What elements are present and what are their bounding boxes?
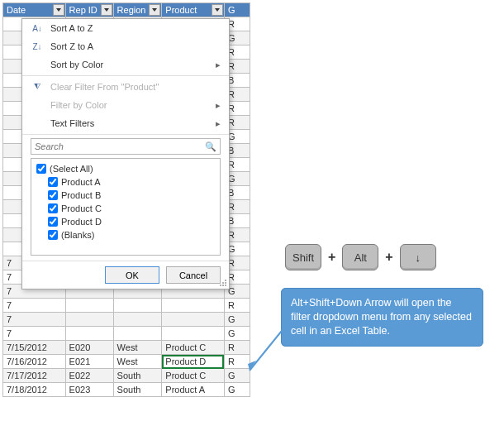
cancel-button[interactable]: Cancel: [166, 266, 221, 284]
svg-marker-1: [104, 8, 109, 12]
checkbox[interactable]: [48, 230, 58, 240]
table-row[interactable]: 7R: [3, 299, 250, 313]
checkbox[interactable]: [36, 164, 46, 174]
table-row[interactable]: 7/18/2012E023SouthProduct AG: [3, 383, 250, 397]
table-row[interactable]: 7G: [3, 327, 250, 341]
filter-check-item[interactable]: (Blanks): [35, 228, 216, 242]
keyboard-shortcut: Shift + Alt + ↓: [285, 244, 436, 270]
cell[interactable]: E022: [65, 369, 113, 383]
table-row[interactable]: 7/16/2012E021WestProduct DR: [3, 355, 250, 369]
filter-check-item[interactable]: Product D: [35, 215, 216, 228]
cell[interactable]: 7: [3, 313, 66, 327]
cell[interactable]: G: [224, 313, 250, 327]
cell[interactable]: G: [224, 369, 250, 383]
text-filters[interactable]: Text Filters ▸: [22, 114, 229, 132]
filter-check-item[interactable]: Product A: [35, 175, 216, 189]
filter-check-item[interactable]: (Select All): [35, 162, 216, 175]
cell[interactable]: [162, 299, 225, 313]
submenu-arrow-icon: ▸: [216, 118, 221, 129]
clear-filter-icon: ⧨: [31, 82, 44, 92]
cell[interactable]: [113, 313, 162, 327]
svg-point-7: [220, 285, 221, 286]
cell[interactable]: South: [113, 383, 162, 397]
cell[interactable]: E021: [65, 355, 113, 369]
cell[interactable]: R: [224, 355, 250, 369]
filter-check-item[interactable]: Product B: [35, 189, 216, 202]
svg-marker-0: [56, 8, 61, 12]
svg-point-8: [222, 285, 224, 286]
cell[interactable]: G: [224, 383, 250, 397]
filter-check-item[interactable]: Product C: [35, 202, 216, 215]
header-rep[interactable]: Rep ID: [65, 3, 113, 17]
clear-filter: ⧨ Clear Filter From "Product": [22, 78, 229, 96]
cell[interactable]: [113, 327, 162, 341]
check-label: Product A: [61, 177, 101, 187]
cell[interactable]: 7/18/2012: [3, 383, 66, 397]
cell[interactable]: West: [113, 341, 162, 355]
cell[interactable]: 7/16/2012: [3, 355, 66, 369]
resize-grip-icon[interactable]: [219, 279, 227, 287]
svg-point-9: [225, 285, 226, 286]
cell[interactable]: Product C: [162, 369, 225, 383]
cell[interactable]: West: [113, 355, 162, 369]
filter-dropdown-icon[interactable]: [149, 4, 160, 16]
table-row[interactable]: 7/17/2012E022SouthProduct CG: [3, 369, 250, 383]
cell[interactable]: R: [224, 299, 250, 313]
ok-button[interactable]: OK: [105, 266, 159, 284]
submenu-arrow-icon: ▸: [216, 60, 221, 70]
cell[interactable]: [162, 327, 225, 341]
filter-dropdown-icon[interactable]: [101, 4, 112, 16]
checkbox[interactable]: [48, 203, 58, 213]
table-row[interactable]: 7G: [3, 313, 250, 327]
sort-z-to-a[interactable]: Z↓ Sort Z to A: [22, 37, 229, 55]
cell[interactable]: Product A: [162, 383, 225, 397]
table-row[interactable]: 7/15/2012E020WestProduct CR: [3, 341, 250, 355]
cell[interactable]: 7: [3, 327, 66, 341]
cell[interactable]: E020: [65, 341, 113, 355]
filter-dropdown-icon[interactable]: [53, 4, 64, 16]
cell[interactable]: 7: [3, 299, 66, 313]
filter-search[interactable]: 🔍: [31, 138, 221, 155]
check-label: Product D: [61, 217, 102, 227]
sort-asc-icon: A↓: [31, 24, 44, 33]
header-extra[interactable]: G: [224, 3, 250, 17]
sort-by-color[interactable]: Sort by Color ▸: [22, 55, 229, 74]
cell[interactable]: Product D: [162, 355, 225, 369]
cell[interactable]: [65, 327, 113, 341]
cell[interactable]: G: [224, 327, 250, 341]
submenu-arrow-icon: ▸: [216, 100, 221, 111]
header-row: Date Rep ID Region Product G: [3, 3, 250, 17]
cell[interactable]: 7/17/2012: [3, 369, 66, 383]
cell[interactable]: [65, 299, 113, 313]
cell[interactable]: [113, 299, 162, 313]
filter-search-input[interactable]: [35, 141, 205, 151]
svg-point-5: [222, 282, 224, 284]
cell[interactable]: [65, 313, 113, 327]
check-label: (Select All): [50, 164, 93, 174]
filter-checklist[interactable]: (Select All)Product AProduct BProduct CP…: [31, 158, 221, 256]
cell[interactable]: E023: [65, 383, 113, 397]
cell[interactable]: 7/15/2012: [3, 341, 66, 355]
filter-dropdown: A↓ Sort A to Z Z↓ Sort Z to A Sort by Co…: [21, 18, 230, 289]
check-label: Product B: [61, 190, 101, 200]
key-shift: Shift: [285, 244, 321, 270]
sort-a-to-z[interactable]: A↓ Sort A to Z: [22, 19, 229, 37]
key-down-arrow: ↓: [400, 244, 436, 270]
filter-dropdown-icon[interactable]: [212, 4, 223, 16]
sort-desc-icon: Z↓: [31, 42, 44, 51]
cell[interactable]: [162, 313, 225, 327]
header-region[interactable]: Region: [113, 3, 162, 17]
header-date[interactable]: Date: [3, 3, 66, 17]
cell[interactable]: R: [224, 341, 250, 355]
check-label: Product C: [61, 203, 102, 213]
cell[interactable]: Product C: [162, 341, 225, 355]
callout-box: Alt+Shift+Down Arrow will open the filte…: [281, 288, 483, 347]
checkbox[interactable]: [48, 177, 58, 187]
svg-point-6: [225, 282, 226, 284]
svg-marker-2: [152, 8, 157, 12]
cell[interactable]: South: [113, 369, 162, 383]
checkbox[interactable]: [48, 190, 58, 200]
svg-marker-3: [215, 8, 220, 12]
checkbox[interactable]: [48, 217, 58, 227]
header-product[interactable]: Product: [162, 3, 225, 17]
